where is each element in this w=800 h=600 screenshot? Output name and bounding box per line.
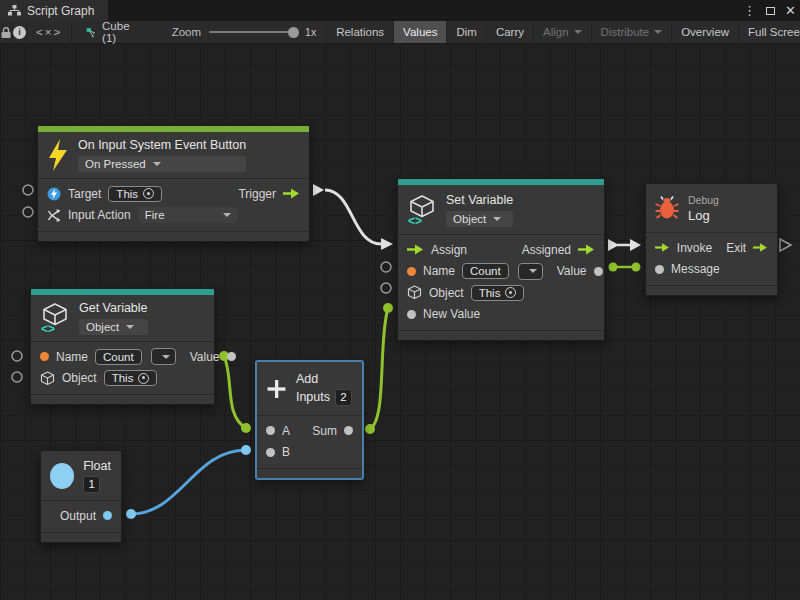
carry-button[interactable]: Carry — [487, 21, 534, 43]
chevron-down-icon — [126, 325, 134, 329]
target-object-field[interactable]: This — [108, 186, 162, 202]
flow-port-arrow-icon[interactable] — [655, 242, 670, 253]
variable-kind-dropdown[interactable]: Object — [79, 319, 148, 335]
info-button[interactable]: i — [13, 21, 27, 43]
value-wire-sum-newvalue — [370, 308, 388, 429]
wire-endpoint-dot — [609, 263, 618, 272]
unconnected-port-circle[interactable] — [23, 185, 33, 195]
chevron-down-icon — [529, 269, 537, 273]
flow-wire-end-arrow — [381, 238, 393, 250]
flow-port-arrow-icon[interactable] — [407, 244, 424, 255]
node-get-variable[interactable]: <> Get Variable Object Name Count — [30, 288, 215, 405]
node-debug-log[interactable]: Debug Log Invoke Exit — [645, 183, 778, 296]
node-add[interactable]: Add Inputs 2 A Sum B — [256, 361, 363, 479]
wire-endpoint-dot — [365, 424, 375, 434]
values-label: Values — [403, 26, 437, 38]
object-picker-icon — [143, 188, 154, 199]
unconnected-port-circle[interactable] — [381, 262, 391, 272]
node-header: Debug Log — [646, 184, 777, 233]
input-action-icon — [47, 209, 61, 222]
values-button[interactable]: Values — [394, 21, 447, 43]
port-row-name: Name Count Value — [31, 346, 214, 368]
tab-script-graph[interactable]: Script Graph — [0, 0, 108, 21]
window-menu-icon[interactable]: ⋮ — [743, 4, 756, 17]
value-port-dot[interactable] — [407, 310, 416, 319]
unconnected-port-circle[interactable] — [12, 351, 22, 361]
event-mode-dropdown[interactable]: On Pressed — [78, 156, 246, 172]
fullscreen-button[interactable]: Full Screen — [739, 21, 800, 43]
window-close-icon[interactable]: ✕ — [785, 4, 796, 17]
object-picker-icon — [505, 287, 516, 298]
distribute-label: Distribute — [601, 26, 650, 38]
unconnected-flow-triangle[interactable] — [780, 239, 791, 251]
variable-name-field[interactable]: Count — [462, 263, 509, 279]
chevron-down-icon — [654, 30, 662, 34]
unconnected-port-circle[interactable] — [23, 207, 33, 217]
node-set-variable[interactable]: <> Set Variable Object Assign — [397, 178, 605, 341]
zoom-label: Zoom — [172, 26, 201, 38]
zoom-slider[interactable] — [209, 31, 297, 33]
value-port-dot[interactable] — [103, 511, 112, 520]
input-action-label: Input Action — [68, 208, 131, 222]
port-row-output: Output — [41, 505, 121, 527]
value-port-dot[interactable] — [227, 352, 236, 361]
flow-port-arrow-icon[interactable] — [753, 242, 768, 253]
code-preview-button[interactable]: <×> — [27, 21, 72, 43]
relations-label: Relations — [336, 26, 384, 38]
value-port-dot[interactable] — [266, 426, 275, 435]
port-row-input-action: Input Action Fire — [38, 205, 309, 227]
bug-icon — [655, 196, 679, 220]
graph-hierarchy-icon — [8, 5, 21, 16]
flow-wire-source-arrow — [313, 184, 324, 196]
object-field[interactable]: This — [104, 370, 158, 386]
distribute-button[interactable]: Distribute — [592, 21, 673, 43]
input-action-value: Fire — [145, 209, 165, 221]
wire-endpoint-dot — [241, 423, 251, 433]
overview-button[interactable]: Overview — [672, 21, 739, 43]
chevron-down-icon — [162, 355, 170, 359]
flow-wire-source-arrow — [608, 239, 619, 251]
value-port-dot[interactable] — [407, 267, 416, 276]
port-row-target: Target This Trigger — [38, 183, 309, 205]
input-action-dropdown[interactable]: Fire — [138, 207, 238, 223]
port-row-object: Object This — [398, 282, 604, 304]
lock-button[interactable] — [0, 21, 13, 43]
object-field[interactable]: This — [471, 285, 525, 301]
variable-cube-icon: <> — [40, 302, 70, 334]
target-label: Target — [68, 187, 101, 201]
variable-name-field[interactable]: Count — [95, 349, 142, 365]
variable-kind-dropdown[interactable]: Object — [446, 211, 513, 227]
dim-button[interactable]: Dim — [447, 21, 486, 43]
zoom-slider-handle[interactable] — [288, 27, 299, 38]
variable-name-value: Count — [103, 351, 134, 363]
a-label: A — [282, 424, 290, 438]
unconnected-port-circle[interactable] — [12, 372, 22, 382]
node-float[interactable]: Float 1 Output — [40, 450, 122, 543]
node-title: Add — [296, 372, 352, 386]
graph-context[interactable]: Cube (1) — [72, 21, 144, 43]
graph-canvas[interactable]: On Input System Event Button On Pressed … — [0, 44, 800, 600]
node-title: Get Variable — [79, 301, 148, 315]
variable-name-value: Count — [470, 265, 501, 277]
node-header: <> Set Variable Object — [398, 185, 604, 235]
value-port-dot[interactable] — [594, 267, 603, 276]
align-button[interactable]: Align — [534, 21, 592, 43]
unconnected-port-circle[interactable] — [381, 283, 391, 293]
node-on-input-system-event[interactable]: On Input System Event Button On Pressed … — [37, 125, 310, 242]
overview-label: Overview — [681, 26, 729, 38]
window-maximize-icon[interactable] — [766, 7, 775, 15]
node-body: Invoke Exit Message — [646, 233, 777, 286]
value-port-dot[interactable] — [266, 448, 275, 457]
variable-kind-value: Object — [453, 213, 486, 225]
float-literal-icon — [50, 463, 74, 489]
flow-port-arrow-icon[interactable] — [578, 244, 595, 255]
value-port-dot[interactable] — [344, 426, 353, 435]
variable-name-dropdown[interactable] — [518, 263, 543, 280]
variable-name-dropdown[interactable] — [151, 348, 176, 365]
inputs-count-field[interactable]: 2 — [335, 389, 352, 406]
value-port-dot[interactable] — [655, 265, 664, 274]
float-value-field[interactable]: 1 — [83, 476, 100, 493]
value-port-dot[interactable] — [40, 352, 49, 361]
relations-button[interactable]: Relations — [326, 21, 394, 43]
flow-port-arrow-icon[interactable] — [283, 188, 300, 199]
